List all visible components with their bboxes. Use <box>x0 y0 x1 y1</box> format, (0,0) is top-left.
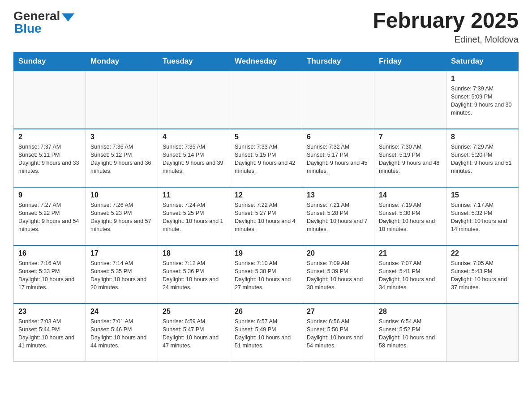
calendar-cell: 26Sunrise: 6:57 AM Sunset: 5:49 PM Dayli… <box>230 304 302 362</box>
day-number: 16 <box>18 249 81 257</box>
day-number: 19 <box>235 249 297 257</box>
day-info: Sunrise: 7:07 AM Sunset: 5:41 PM Dayligh… <box>379 259 442 292</box>
calendar-cell: 28Sunrise: 6:54 AM Sunset: 5:52 PM Dayli… <box>374 304 446 362</box>
day-info: Sunrise: 7:24 AM Sunset: 5:25 PM Dayligh… <box>163 201 225 234</box>
calendar-table: SundayMondayTuesdayWednesdayThursdayFrid… <box>13 52 519 362</box>
day-info: Sunrise: 7:33 AM Sunset: 5:15 PM Dayligh… <box>235 143 297 176</box>
day-number: 20 <box>307 249 369 257</box>
calendar-cell: 24Sunrise: 7:01 AM Sunset: 5:46 PM Dayli… <box>86 304 158 362</box>
calendar-week-row: 16Sunrise: 7:16 AM Sunset: 5:33 PM Dayli… <box>14 245 519 304</box>
day-info: Sunrise: 7:39 AM Sunset: 5:09 PM Dayligh… <box>451 85 514 117</box>
day-number: 12 <box>235 191 297 199</box>
calendar-week-row: 23Sunrise: 7:03 AM Sunset: 5:44 PM Dayli… <box>14 304 519 362</box>
day-info: Sunrise: 7:16 AM Sunset: 5:33 PM Dayligh… <box>18 259 81 292</box>
calendar-cell: 3Sunrise: 7:36 AM Sunset: 5:12 PM Daylig… <box>86 129 158 187</box>
calendar-cell: 6Sunrise: 7:32 AM Sunset: 5:17 PM Daylig… <box>302 129 374 187</box>
calendar-cell: 19Sunrise: 7:10 AM Sunset: 5:38 PM Dayli… <box>230 245 302 304</box>
calendar-cell <box>230 71 302 129</box>
day-info: Sunrise: 7:36 AM Sunset: 5:12 PM Dayligh… <box>90 143 153 176</box>
day-info: Sunrise: 6:54 AM Sunset: 5:52 PM Dayligh… <box>379 317 442 350</box>
calendar-cell <box>446 304 519 362</box>
calendar-cell: 5Sunrise: 7:33 AM Sunset: 5:15 PM Daylig… <box>230 129 302 187</box>
calendar-week-row: 2Sunrise: 7:37 AM Sunset: 5:11 PM Daylig… <box>14 129 519 187</box>
day-info: Sunrise: 7:26 AM Sunset: 5:23 PM Dayligh… <box>90 201 153 234</box>
calendar-cell: 21Sunrise: 7:07 AM Sunset: 5:41 PM Dayli… <box>374 245 446 304</box>
day-number: 8 <box>451 133 514 141</box>
calendar-cell: 20Sunrise: 7:09 AM Sunset: 5:39 PM Dayli… <box>302 245 374 304</box>
day-info: Sunrise: 7:12 AM Sunset: 5:36 PM Dayligh… <box>163 259 225 292</box>
weekday-header-saturday: Saturday <box>446 52 519 71</box>
calendar-cell: 25Sunrise: 6:59 AM Sunset: 5:47 PM Dayli… <box>158 304 230 362</box>
day-info: Sunrise: 7:10 AM Sunset: 5:38 PM Dayligh… <box>235 259 297 292</box>
day-number: 28 <box>379 308 442 316</box>
day-number: 27 <box>307 308 369 316</box>
calendar-cell: 7Sunrise: 7:30 AM Sunset: 5:19 PM Daylig… <box>374 129 446 187</box>
day-number: 15 <box>451 191 514 199</box>
calendar-cell: 12Sunrise: 7:22 AM Sunset: 5:27 PM Dayli… <box>230 187 302 245</box>
location: Edinet, Moldova <box>373 34 519 45</box>
day-info: Sunrise: 7:35 AM Sunset: 5:14 PM Dayligh… <box>163 143 225 176</box>
calendar-cell: 8Sunrise: 7:29 AM Sunset: 5:20 PM Daylig… <box>446 129 519 187</box>
page-header: General Blue February 2025 Edinet, Moldo… <box>13 9 519 45</box>
day-info: Sunrise: 7:09 AM Sunset: 5:39 PM Dayligh… <box>307 259 369 292</box>
calendar-cell: 27Sunrise: 6:56 AM Sunset: 5:50 PM Dayli… <box>302 304 374 362</box>
title-area: February 2025 Edinet, Moldova <box>373 9 519 45</box>
day-info: Sunrise: 7:03 AM Sunset: 5:44 PM Dayligh… <box>18 317 81 350</box>
day-info: Sunrise: 7:27 AM Sunset: 5:22 PM Dayligh… <box>18 201 81 234</box>
calendar-cell: 17Sunrise: 7:14 AM Sunset: 5:35 PM Dayli… <box>86 245 158 304</box>
logo: General Blue <box>13 9 74 36</box>
day-number: 24 <box>90 308 153 316</box>
calendar-cell: 11Sunrise: 7:24 AM Sunset: 5:25 PM Dayli… <box>158 187 230 245</box>
weekday-header-tuesday: Tuesday <box>158 52 230 71</box>
day-number: 2 <box>18 133 81 141</box>
day-number: 5 <box>235 133 297 141</box>
day-info: Sunrise: 7:22 AM Sunset: 5:27 PM Dayligh… <box>235 201 297 234</box>
calendar-cell: 16Sunrise: 7:16 AM Sunset: 5:33 PM Dayli… <box>14 245 86 304</box>
day-number: 17 <box>90 249 153 257</box>
calendar-cell <box>374 71 446 129</box>
day-info: Sunrise: 6:56 AM Sunset: 5:50 PM Dayligh… <box>307 317 369 350</box>
calendar-cell: 9Sunrise: 7:27 AM Sunset: 5:22 PM Daylig… <box>14 187 86 245</box>
day-info: Sunrise: 6:57 AM Sunset: 5:49 PM Dayligh… <box>235 317 297 350</box>
day-info: Sunrise: 7:29 AM Sunset: 5:20 PM Dayligh… <box>451 143 514 176</box>
day-info: Sunrise: 7:05 AM Sunset: 5:43 PM Dayligh… <box>451 259 514 292</box>
day-number: 9 <box>18 191 81 199</box>
day-number: 14 <box>379 191 442 199</box>
day-info: Sunrise: 7:21 AM Sunset: 5:28 PM Dayligh… <box>307 201 369 234</box>
day-number: 3 <box>90 133 153 141</box>
calendar-week-row: 9Sunrise: 7:27 AM Sunset: 5:22 PM Daylig… <box>14 187 519 245</box>
calendar-cell: 4Sunrise: 7:35 AM Sunset: 5:14 PM Daylig… <box>158 129 230 187</box>
calendar-cell: 15Sunrise: 7:17 AM Sunset: 5:32 PM Dayli… <box>446 187 519 245</box>
calendar-cell: 2Sunrise: 7:37 AM Sunset: 5:11 PM Daylig… <box>14 129 86 187</box>
day-info: Sunrise: 7:32 AM Sunset: 5:17 PM Dayligh… <box>307 143 369 176</box>
calendar-cell <box>86 71 158 129</box>
day-info: Sunrise: 7:17 AM Sunset: 5:32 PM Dayligh… <box>451 201 514 234</box>
month-title: February 2025 <box>373 9 519 33</box>
calendar-header-row: SundayMondayTuesdayWednesdayThursdayFrid… <box>14 52 519 71</box>
calendar-cell <box>302 71 374 129</box>
weekday-header-friday: Friday <box>374 52 446 71</box>
day-info: Sunrise: 7:37 AM Sunset: 5:11 PM Dayligh… <box>18 143 81 176</box>
calendar-cell: 10Sunrise: 7:26 AM Sunset: 5:23 PM Dayli… <box>86 187 158 245</box>
day-number: 26 <box>235 308 297 316</box>
calendar-week-row: 1Sunrise: 7:39 AM Sunset: 5:09 PM Daylig… <box>14 71 519 129</box>
day-info: Sunrise: 7:14 AM Sunset: 5:35 PM Dayligh… <box>90 259 153 292</box>
calendar-cell: 14Sunrise: 7:19 AM Sunset: 5:30 PM Dayli… <box>374 187 446 245</box>
calendar-cell: 18Sunrise: 7:12 AM Sunset: 5:36 PM Dayli… <box>158 245 230 304</box>
day-info: Sunrise: 7:01 AM Sunset: 5:46 PM Dayligh… <box>90 317 153 350</box>
day-number: 10 <box>90 191 153 199</box>
day-number: 7 <box>379 133 442 141</box>
day-info: Sunrise: 6:59 AM Sunset: 5:47 PM Dayligh… <box>163 317 225 350</box>
calendar-cell: 22Sunrise: 7:05 AM Sunset: 5:43 PM Dayli… <box>446 245 519 304</box>
day-number: 11 <box>163 191 225 199</box>
day-number: 21 <box>379 249 442 257</box>
day-number: 25 <box>163 308 225 316</box>
day-number: 13 <box>307 191 369 199</box>
day-number: 18 <box>163 249 225 257</box>
day-info: Sunrise: 7:30 AM Sunset: 5:19 PM Dayligh… <box>379 143 442 176</box>
day-number: 6 <box>307 133 369 141</box>
day-number: 1 <box>451 75 514 83</box>
logo-arrow-icon <box>62 13 74 21</box>
weekday-header-thursday: Thursday <box>302 52 374 71</box>
day-number: 4 <box>163 133 225 141</box>
